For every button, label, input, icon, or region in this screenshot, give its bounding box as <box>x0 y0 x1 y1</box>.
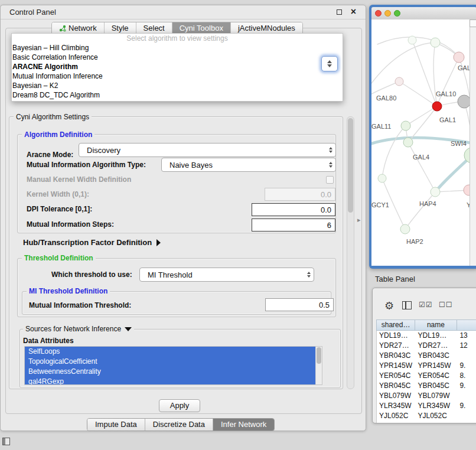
aracne-mode-combobox[interactable]: Discovery <box>79 143 336 157</box>
restore-panel-icon[interactable] <box>2 438 10 445</box>
zoom-button[interactable] <box>394 10 400 17</box>
float-window-icon[interactable] <box>337 9 342 15</box>
network-node[interactable] <box>401 121 410 131</box>
bottom-tab-infer-network[interactable]: Infer Network <box>213 419 274 431</box>
mi-threshold-field[interactable]: 0.5 <box>265 298 334 311</box>
network-scrollbar[interactable] <box>470 19 476 266</box>
network-node[interactable] <box>395 77 403 86</box>
table-row[interactable]: YBR045CYBR045C9. <box>377 381 476 391</box>
sources-toggle[interactable]: Sources for Network Inference <box>23 325 134 333</box>
network-edge[interactable] <box>377 37 459 57</box>
network-canvas[interactable]: GAL7GAL80GAL10GAL11GAL1SWI4GAL4GCY1HAP4Y… <box>371 19 476 266</box>
table-cell: YJL052C <box>415 411 457 421</box>
network-node[interactable] <box>431 187 440 197</box>
table-cell: YDL19… <box>377 331 415 341</box>
network-edge[interactable] <box>408 142 435 192</box>
data-attribute-item[interactable]: TopologicalCoefficient <box>25 357 315 367</box>
table-panel-window: ⚙ ☑☑ ☐☐ shared…name YDL19…YDL19…13YDR27…… <box>372 288 476 423</box>
column-selector-icon[interactable] <box>402 301 412 309</box>
table-cell: YLR345W <box>415 401 457 411</box>
dpi-tolerance-field[interactable]: 0.0 <box>252 203 335 216</box>
algorithm-option[interactable]: Mutual Information Inference <box>12 71 343 81</box>
tab-cyni-toolbox[interactable]: Cyni Toolbox <box>172 22 231 34</box>
column-header-extra[interactable] <box>457 320 476 330</box>
tab-style[interactable]: Style <box>105 22 136 34</box>
kernel-width-field[interactable]: 0.0 <box>265 188 335 201</box>
table-row[interactable]: YBL079WYBL079W <box>377 391 476 401</box>
select-all-checks-icon[interactable]: ☑☑ <box>419 301 433 309</box>
close-button[interactable] <box>375 10 382 17</box>
settings-scrollbar-thumb[interactable] <box>348 118 353 213</box>
column-header-name[interactable]: name <box>415 320 457 330</box>
network-edge[interactable] <box>406 106 437 126</box>
network-node-label: HAP2 <box>406 238 423 245</box>
column-header-shared-[interactable]: shared… <box>377 320 415 330</box>
table-row[interactable]: YER054CYER054C8. <box>377 371 476 381</box>
table-row[interactable]: YPR145WYPR145W9. <box>377 361 476 371</box>
network-node[interactable] <box>432 102 442 111</box>
table-cell <box>457 411 476 421</box>
hub-definition-label: Hub/Transcription Factor Definition <box>23 238 152 247</box>
data-attribute-item[interactable]: SelfLoops <box>25 347 315 357</box>
table-cell: YBR045C <box>415 381 457 391</box>
tab-network[interactable]: Network <box>52 22 105 34</box>
mi-threshold-title: MI Threshold Definition <box>27 287 110 295</box>
data-attributes-list[interactable]: SelfLoopsTopologicalCoefficientBetweenne… <box>24 346 322 385</box>
network-window-titlebar[interactable] <box>371 7 476 19</box>
network-edge[interactable] <box>399 81 437 106</box>
data-attribute-item[interactable]: gal4RGexp <box>25 377 315 385</box>
algorithm-combobox-stepper[interactable] <box>321 56 338 71</box>
network-edge[interactable] <box>382 126 406 178</box>
algorithm-option[interactable]: Dream8 DC_TDC Algorithm <box>12 90 343 100</box>
table-body: YDL19…YDL19…13YDR27…YDR27…12YBR043CYBR04… <box>376 331 476 423</box>
network-edge[interactable] <box>437 57 459 106</box>
apply-button[interactable]: Apply <box>159 399 200 412</box>
table-cell: YDR27… <box>377 341 415 351</box>
table-row[interactable]: YDL19…YDL19…13 <box>377 331 476 341</box>
network-edge[interactable] <box>371 81 399 94</box>
settings-scrollbar[interactable] <box>347 116 354 389</box>
network-node-label: HAP4 <box>419 200 436 207</box>
bottom-tabs: Impute DataDiscretize DataInfer Network <box>87 418 275 431</box>
algorithm-option[interactable]: Bayesian – Hill Climbing <box>12 43 343 53</box>
attributes-scrollbar-thumb[interactable] <box>317 347 321 364</box>
table-settings-gear-icon[interactable]: ⚙ <box>384 299 394 312</box>
control-panel-titlebar[interactable]: Control Panel × <box>1 5 366 19</box>
network-node[interactable] <box>378 174 386 182</box>
table-row[interactable]: YJL052CYJL052C <box>377 411 476 421</box>
algorithm-dropdown-popup: Select algorithm to view settings Bayesi… <box>11 33 343 102</box>
mi-type-combobox[interactable]: Naive Bayes <box>161 158 336 172</box>
bottom-tab-impute-data[interactable]: Impute Data <box>87 419 145 431</box>
desktop: Control Panel × NetworkStyleSelectCyni T… <box>0 0 476 450</box>
close-panel-icon[interactable]: × <box>351 6 356 17</box>
table-cell: YDR27… <box>415 341 457 351</box>
minimize-button[interactable] <box>384 10 391 17</box>
network-node[interactable] <box>458 95 471 108</box>
manual-kernel-checkbox[interactable] <box>326 176 334 184</box>
network-node[interactable] <box>400 224 410 234</box>
hub-definition-toggle[interactable]: Hub/Transcription Factor Definition <box>23 238 161 247</box>
table-row[interactable]: YBR043CYBR043C <box>377 351 476 361</box>
mi-steps-field[interactable]: 6 <box>252 219 335 231</box>
network-node[interactable] <box>454 52 464 63</box>
table-cell: YBR045C <box>377 381 415 391</box>
tab-jactivemnodules[interactable]: jActiveMNodules <box>231 22 302 34</box>
which-threshold-combobox[interactable]: MI Threshold <box>139 268 314 282</box>
deselect-all-checks-icon[interactable]: ☐☐ <box>439 301 453 309</box>
table-row[interactable]: YLR345WYLR345W9. <box>377 401 476 411</box>
attributes-scrollbar[interactable] <box>315 347 322 384</box>
data-attribute-item[interactable]: BetweennessCentrality <box>25 367 315 377</box>
network-scroll-up-button[interactable] <box>470 19 476 27</box>
algorithm-option[interactable]: Basic Correlation Inference <box>12 53 343 62</box>
bottom-tab-discretize-data[interactable]: Discretize Data <box>145 419 213 431</box>
network-node[interactable] <box>403 138 413 147</box>
network-node[interactable] <box>431 38 440 47</box>
tab-select[interactable]: Select <box>136 22 172 34</box>
panel-splitter-arrow-icon[interactable]: ▸ <box>357 216 361 224</box>
mi-steps-label: Mutual Information Steps: <box>27 220 114 229</box>
table-row[interactable]: YDR27…YDR27…12 <box>377 341 476 351</box>
algorithm-option[interactable]: ARACNE Algorithm <box>12 62 343 71</box>
network-edge[interactable] <box>405 192 435 229</box>
network-node[interactable] <box>408 36 416 44</box>
algorithm-option[interactable]: Bayesian – K2 <box>12 81 343 90</box>
